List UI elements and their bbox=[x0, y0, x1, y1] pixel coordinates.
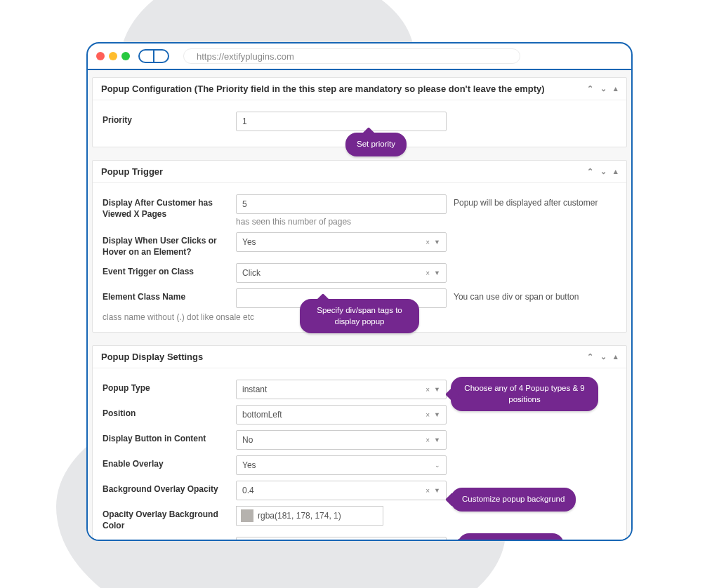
panel-move-up-icon[interactable]: ⌃ bbox=[587, 167, 593, 176]
chevron-down-icon[interactable]: ▼ bbox=[434, 386, 440, 393]
close-icon[interactable] bbox=[96, 52, 105, 60]
panel-move-down-icon[interactable]: ⌄ bbox=[600, 84, 607, 93]
page-content: Popup Configuration (The Priority field … bbox=[88, 70, 631, 540]
bg-opacity-label: Background Overlay Opacity bbox=[103, 481, 229, 495]
color-value: rgba(181, 178, 174, 1) bbox=[258, 511, 341, 521]
panel-actions: ⌃ ⌄ ▴ bbox=[587, 84, 618, 93]
enable-overlay-label: Enable Overlay bbox=[103, 455, 229, 470]
panel-popup-configuration: Popup Configuration (The Priority field … bbox=[92, 77, 627, 147]
select-value: No bbox=[242, 435, 253, 445]
panel-actions: ⌃ ⌄ ▴ bbox=[587, 167, 618, 176]
position-label: Position bbox=[103, 405, 229, 420]
priority-input[interactable] bbox=[236, 112, 447, 131]
display-after-pages-under: has seen this number of pages bbox=[236, 217, 616, 227]
chevron-down-icon[interactable]: ▼ bbox=[434, 411, 440, 418]
panel-popup-trigger: Popup Trigger ⌃ ⌄ ▴ Display After Custom… bbox=[92, 160, 627, 333]
select-value: Click bbox=[242, 268, 260, 278]
bg-opacity-select[interactable]: 0.4 ×▼ bbox=[236, 481, 447, 500]
callout-set-priority: Set priority bbox=[345, 133, 407, 156]
callout-specify-tags: Specify div/span tags to display popup bbox=[300, 299, 419, 333]
panel-move-down-icon[interactable]: ⌄ bbox=[600, 167, 607, 176]
panel-title: Popup Configuration (The Priority field … bbox=[101, 83, 587, 94]
chevron-down-icon[interactable]: ▼ bbox=[434, 239, 440, 246]
maximize-icon[interactable] bbox=[121, 52, 130, 60]
popup-type-select[interactable]: instant ×▼ bbox=[236, 380, 447, 399]
panel-header: Popup Display Settings ⌃ ⌄ ▴ bbox=[93, 346, 626, 368]
browser-titlebar: https://extifyplugins.com bbox=[88, 44, 631, 70]
display-on-hover-select[interactable]: Yes ×▼ bbox=[236, 232, 447, 252]
window-controls bbox=[96, 52, 130, 60]
priority-label: Priority bbox=[103, 112, 229, 126]
browser-window: https://extifyplugins.com Popup Configur… bbox=[86, 42, 633, 541]
select-value: Yes bbox=[242, 460, 256, 470]
panel-header: Popup Configuration (The Priority field … bbox=[93, 78, 626, 100]
bg-color-input[interactable]: rgba(181, 178, 174, 1) bbox=[236, 506, 383, 526]
event-trigger-label: Event Trigger on Class bbox=[103, 263, 229, 278]
panel-popup-display-settings: Popup Display Settings ⌃ ⌄ ▴ Popup Type … bbox=[92, 345, 627, 540]
panel-collapse-icon[interactable]: ▴ bbox=[614, 167, 618, 176]
select-value: 0.4 bbox=[242, 486, 254, 495]
element-class-label: Element Class Name bbox=[103, 288, 229, 303]
address-bar[interactable]: https://extifyplugins.com bbox=[183, 48, 520, 64]
overlay-animation-select[interactable]: fadeIn ×▼ bbox=[236, 537, 447, 540]
overlay-animation-label: Overlay Animation bbox=[103, 537, 229, 540]
panel-move-down-icon[interactable]: ⌄ bbox=[600, 352, 607, 361]
clear-icon[interactable]: × bbox=[426, 436, 430, 444]
display-after-pages-side: Popup will be displayed after customer bbox=[454, 198, 598, 208]
enable-overlay-select[interactable]: Yes ⌄ bbox=[236, 455, 447, 475]
clear-icon[interactable]: × bbox=[426, 239, 430, 246]
position-select[interactable]: bottomLeft ×▼ bbox=[236, 405, 447, 425]
clear-icon[interactable]: × bbox=[426, 487, 430, 495]
bg-color-label: Opacity Overlay Background Color bbox=[103, 506, 229, 531]
clear-icon[interactable]: × bbox=[426, 411, 430, 419]
display-after-pages-label: Display After Customer has Viewed X Page… bbox=[103, 194, 229, 220]
panel-move-up-icon[interactable]: ⌃ bbox=[587, 84, 593, 93]
panel-title: Popup Trigger bbox=[101, 166, 587, 177]
panel-collapse-icon[interactable]: ▴ bbox=[614, 84, 618, 93]
panel-actions: ⌃ ⌄ ▴ bbox=[587, 352, 618, 361]
panel-header: Popup Trigger ⌃ ⌄ ▴ bbox=[93, 161, 626, 183]
event-trigger-select[interactable]: Click ×▼ bbox=[236, 263, 447, 283]
callout-animations: 30+ overlay animations bbox=[458, 533, 564, 540]
chevron-down-icon[interactable]: ▼ bbox=[434, 487, 440, 494]
display-button-label: Display Button in Content bbox=[103, 430, 229, 445]
callout-customize-bg: Customize popup backgrund bbox=[451, 488, 576, 512]
tab-switcher-icon[interactable] bbox=[138, 49, 169, 63]
chevron-down-icon[interactable]: ▼ bbox=[434, 269, 440, 276]
panel-move-up-icon[interactable]: ⌃ bbox=[587, 352, 593, 361]
popup-type-label: Popup Type bbox=[103, 380, 229, 394]
select-value: Yes bbox=[242, 237, 256, 247]
display-after-pages-input[interactable] bbox=[236, 194, 447, 214]
select-value: instant bbox=[242, 385, 267, 394]
element-class-side: You can use div or span or button bbox=[454, 292, 579, 302]
display-on-hover-label: Display When User Clicks or Hover on an … bbox=[103, 232, 229, 258]
chevron-down-icon[interactable]: ▼ bbox=[434, 436, 440, 443]
display-button-select[interactable]: No ×▼ bbox=[236, 430, 447, 450]
chevron-down-icon[interactable]: ⌄ bbox=[435, 462, 440, 469]
panel-collapse-icon[interactable]: ▴ bbox=[614, 352, 618, 361]
callout-popup-types: Choose any of 4 Popup types & 9 position… bbox=[451, 377, 598, 411]
color-swatch bbox=[241, 509, 253, 522]
clear-icon[interactable]: × bbox=[426, 269, 430, 277]
clear-icon[interactable]: × bbox=[426, 386, 430, 394]
panel-title: Popup Display Settings bbox=[101, 352, 587, 362]
select-value: bottomLeft bbox=[242, 410, 282, 420]
minimize-icon[interactable] bbox=[109, 52, 117, 60]
